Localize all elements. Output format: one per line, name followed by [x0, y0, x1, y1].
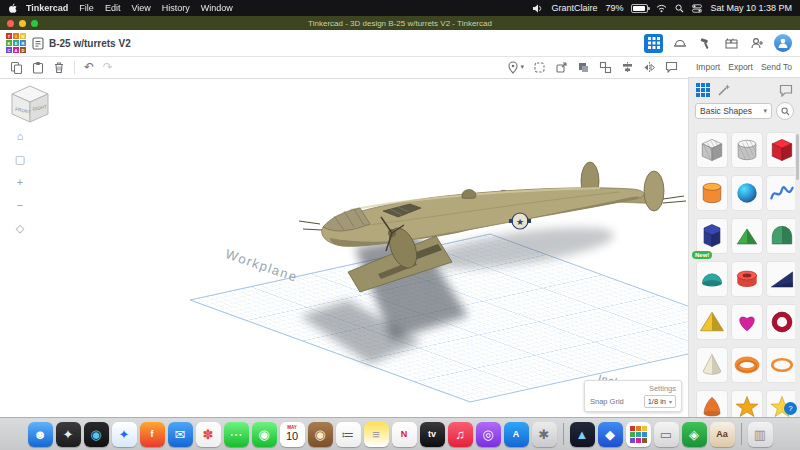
- zoom-button[interactable]: [31, 20, 38, 27]
- dock-messages-icon[interactable]: ⋯: [224, 422, 249, 447]
- dock-window-app-icon[interactable]: ▭: [654, 422, 679, 447]
- tinkercad-logo[interactable]: TINKERCAD: [6, 33, 26, 53]
- dock-trash-icon[interactable]: ▥: [748, 422, 773, 447]
- minimize-button[interactable]: [19, 20, 26, 27]
- shape-wedge[interactable]: [766, 261, 795, 297]
- shape-half-sphere[interactable]: [696, 261, 728, 297]
- dock-mail-icon[interactable]: ✉: [168, 422, 193, 447]
- snap-grid-select[interactable]: 1/8 in ▾: [644, 395, 676, 408]
- shape-paraboloid[interactable]: [696, 390, 728, 418]
- collaborate-icon[interactable]: [748, 34, 767, 53]
- dock-siri-icon[interactable]: ◉: [84, 422, 109, 447]
- home-view-button[interactable]: ⌂: [12, 128, 28, 144]
- wifi-icon[interactable]: [656, 4, 667, 13]
- dock-reminders-icon[interactable]: ≔: [336, 422, 361, 447]
- shape-scribble[interactable]: [766, 175, 795, 211]
- shape-torus[interactable]: [731, 347, 763, 383]
- zoom-in-button[interactable]: +: [12, 174, 28, 190]
- dock-launchpad-icon[interactable]: ✦: [56, 422, 81, 447]
- menu-item-history[interactable]: History: [162, 3, 190, 13]
- category-select[interactable]: Basic Shapes ▾: [695, 103, 772, 119]
- shape-heart[interactable]: [731, 304, 763, 340]
- avatar[interactable]: [774, 34, 792, 52]
- dock-cad-cube-icon[interactable]: ◆: [598, 422, 623, 447]
- dock-dictionary-icon[interactable]: Aa: [710, 422, 735, 447]
- zoom-out-button[interactable]: −: [12, 197, 28, 213]
- shape-send-button[interactable]: [555, 61, 568, 74]
- shape-round-roof[interactable]: [766, 218, 795, 254]
- redo-button[interactable]: ↷: [103, 61, 113, 73]
- delete-button[interactable]: [53, 61, 65, 74]
- dock-music-icon[interactable]: ♫: [448, 422, 473, 447]
- design-name[interactable]: B-25 w/turrets V2: [49, 38, 131, 49]
- shape-torus-thin[interactable]: [766, 347, 795, 383]
- panel-scrollbar[interactable]: [796, 134, 799, 180]
- shape-roof[interactable]: [731, 218, 763, 254]
- paste-button[interactable]: [32, 61, 44, 74]
- dock-facetime-icon[interactable]: ◉: [252, 422, 277, 447]
- dock-firefox-icon[interactable]: f: [140, 422, 165, 447]
- shape-tube[interactable]: [731, 261, 763, 297]
- dock-notes-icon[interactable]: ≡: [364, 422, 389, 447]
- battery-icon[interactable]: [631, 4, 648, 13]
- shape-box[interactable]: [766, 132, 795, 168]
- undo-button[interactable]: ↶: [84, 61, 94, 73]
- menu-item-window[interactable]: Window: [201, 3, 233, 13]
- menu-item-view[interactable]: View: [131, 3, 150, 13]
- spotlight-icon[interactable]: [675, 4, 684, 13]
- shape-star-orange[interactable]: [731, 390, 763, 418]
- view-cube[interactable]: FRONT RIGHT: [8, 82, 52, 126]
- menu-user-label[interactable]: GrantClaire: [551, 3, 597, 13]
- volume-icon[interactable]: [532, 4, 543, 13]
- settings-title[interactable]: Settings: [590, 384, 676, 393]
- menu-item-tinkercad[interactable]: Tinkercad: [26, 3, 68, 13]
- scene-3d[interactable]: ★: [0, 78, 688, 418]
- help-button[interactable]: ?: [784, 402, 797, 415]
- notes-button[interactable]: [665, 61, 678, 73]
- dock-tinkercad-icon[interactable]: [626, 422, 651, 447]
- search-shapes-button[interactable]: [776, 102, 794, 120]
- ungroup-button[interactable]: [599, 61, 612, 74]
- mirror-button[interactable]: [643, 61, 656, 74]
- copy-button[interactable]: [10, 61, 23, 74]
- shape-cylinder[interactable]: [696, 175, 728, 211]
- drop-pin-button[interactable]: ▾: [508, 61, 524, 74]
- dock-news-icon[interactable]: N: [392, 422, 417, 447]
- dock-photos-icon[interactable]: ✽: [196, 422, 221, 447]
- shape-cone[interactable]: [696, 347, 728, 383]
- align-button[interactable]: [621, 61, 634, 74]
- group-button[interactable]: [577, 61, 590, 74]
- dock-safari-icon[interactable]: ✦: [112, 422, 137, 447]
- dock-calendar-icon[interactable]: MAY10: [280, 422, 305, 447]
- perspective-toggle[interactable]: ◇: [12, 220, 28, 236]
- dock-sheets-app-icon[interactable]: ◈: [682, 422, 707, 447]
- dock-settings-icon[interactable]: ✱: [532, 422, 557, 447]
- shape-ring[interactable]: [766, 304, 795, 340]
- shape-cylinder-hole[interactable]: [731, 132, 763, 168]
- shape-pyramid[interactable]: [696, 304, 728, 340]
- dock-tv-icon[interactable]: tv: [420, 422, 445, 447]
- dock-app-store-icon[interactable]: A: [504, 422, 529, 447]
- feedback-chat-icon[interactable]: [779, 84, 793, 97]
- export-button[interactable]: Export: [728, 62, 753, 72]
- generators-wand-icon[interactable]: [717, 83, 731, 97]
- dock-finder-icon[interactable]: ☻: [28, 422, 53, 447]
- menu-clock[interactable]: Sat May 10 1:38 PM: [710, 3, 792, 13]
- send-to-button[interactable]: Send To: [761, 62, 792, 72]
- dock-podcasts-icon[interactable]: ◎: [476, 422, 501, 447]
- apps-grid-button[interactable]: [644, 34, 663, 53]
- dock-prism-app-icon[interactable]: ▲: [570, 422, 595, 447]
- shape-outline-button[interactable]: [533, 61, 546, 74]
- menu-item-edit[interactable]: Edit: [105, 3, 121, 13]
- close-button[interactable]: [7, 20, 14, 27]
- hammer-icon[interactable]: [696, 34, 715, 53]
- dock-photo-booth-icon[interactable]: ◉: [308, 422, 333, 447]
- hard-hat-icon[interactable]: [670, 34, 689, 53]
- fit-view-button[interactable]: ▢: [12, 151, 28, 167]
- shape-sphere[interactable]: [731, 175, 763, 211]
- apple-menu-icon[interactable]: [8, 3, 18, 14]
- library-grid-icon[interactable]: [696, 83, 710, 97]
- shape-box-hole[interactable]: [696, 132, 728, 168]
- canvas-area[interactable]: ★ FRONT RIGHT ⌂ ▢ + − ◇ Workplane Inches…: [0, 78, 688, 418]
- control-center-icon[interactable]: [692, 4, 702, 13]
